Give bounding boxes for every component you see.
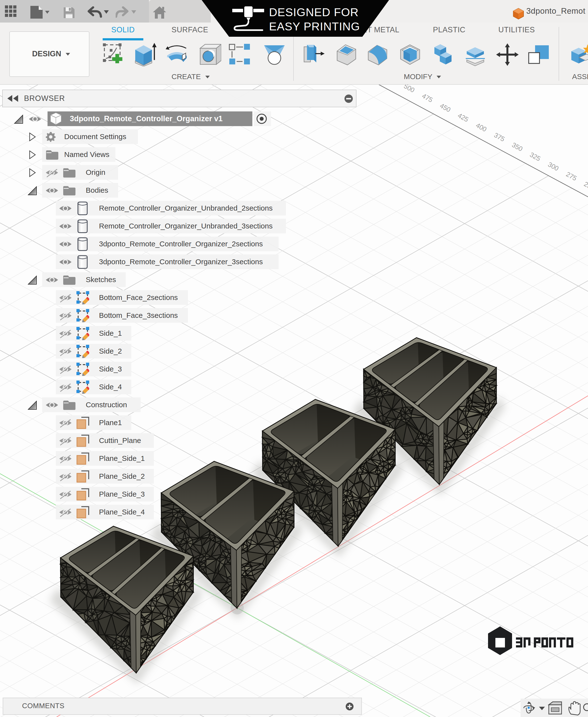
- svg-text:325: 325: [528, 151, 542, 162]
- svg-text:250: 250: [583, 180, 588, 192]
- svg-text:350: 350: [510, 141, 524, 153]
- svg-text:475: 475: [421, 92, 434, 104]
- svg-text:400: 400: [475, 122, 488, 133]
- svg-text:EASY PRINTING: EASY PRINTING: [269, 20, 360, 33]
- svg-text:300: 300: [547, 161, 560, 172]
- svg-text:375: 375: [493, 131, 506, 143]
- svg-text:275: 275: [565, 170, 578, 182]
- svg-text:DESIGNED FOR: DESIGNED FOR: [269, 6, 359, 19]
- svg-text:425: 425: [457, 112, 470, 124]
- svg-text:450: 450: [439, 102, 452, 114]
